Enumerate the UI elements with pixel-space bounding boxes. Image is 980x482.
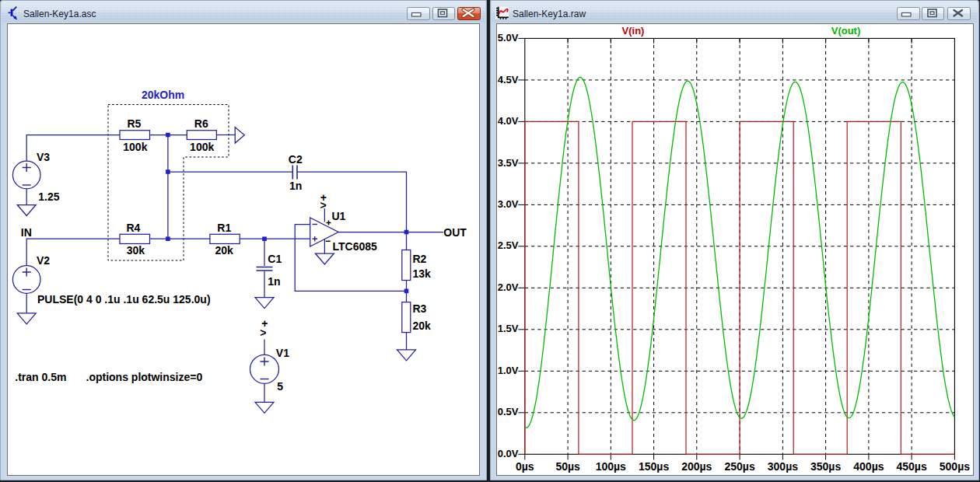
svg-text:1.25: 1.25 (38, 190, 59, 203)
svg-text:3.5V: 3.5V (498, 157, 519, 169)
svg-text:.options plotwinsize=0: .options plotwinsize=0 (86, 371, 203, 383)
svg-text:OUT: OUT (443, 226, 467, 239)
svg-text:200µs: 200µs (681, 460, 712, 473)
svg-text:250µs: 250µs (724, 460, 754, 473)
svg-text:20kOhm: 20kOhm (142, 89, 184, 101)
svg-text:100k: 100k (123, 141, 147, 153)
svg-text:R4: R4 (127, 222, 141, 234)
svg-text:LTC6085: LTC6085 (333, 240, 378, 253)
svg-text:>: > (260, 327, 266, 339)
svg-text:C1: C1 (268, 253, 282, 265)
svg-text:V3: V3 (37, 151, 50, 163)
svg-text:C2: C2 (289, 153, 303, 166)
svg-text:100µs: 100µs (596, 460, 626, 473)
svg-text:0µs: 0µs (516, 460, 534, 473)
svg-text:>: > (320, 199, 327, 211)
svg-text:1n: 1n (268, 275, 280, 288)
svg-text:2.5V: 2.5V (498, 239, 519, 251)
svg-text:R3: R3 (413, 302, 427, 315)
svg-text:13k: 13k (413, 267, 432, 280)
svg-text:R6: R6 (194, 117, 208, 130)
svg-text:50µs: 50µs (555, 460, 580, 473)
svg-text:IN: IN (21, 226, 32, 239)
svg-text:V(out): V(out) (831, 25, 861, 37)
svg-text:350µs: 350µs (810, 460, 841, 473)
svg-text:500µs: 500µs (940, 460, 970, 473)
svg-text:.tran 0.5m: .tran 0.5m (15, 371, 66, 383)
svg-text:5: 5 (277, 380, 283, 393)
svg-text:0.5V: 0.5V (498, 406, 519, 417)
svg-text:0.0V: 0.0V (498, 448, 519, 459)
svg-text:R1: R1 (217, 222, 231, 234)
svg-text:150µs: 150µs (639, 460, 669, 473)
svg-text:5.0V: 5.0V (498, 32, 519, 44)
svg-text:V2: V2 (37, 254, 50, 267)
svg-text:20k: 20k (413, 320, 432, 332)
svg-text:400µs: 400µs (853, 460, 884, 473)
svg-text:V(in): V(in) (622, 25, 645, 37)
svg-text:R2: R2 (413, 253, 427, 265)
svg-text:20k: 20k (215, 244, 234, 257)
svg-text:30k: 30k (127, 244, 145, 257)
svg-text:300µs: 300µs (768, 460, 798, 473)
svg-text:U1: U1 (332, 210, 346, 222)
svg-text:450µs: 450µs (896, 460, 926, 473)
svg-text:4.5V: 4.5V (498, 74, 519, 86)
svg-text:1.0V: 1.0V (498, 365, 519, 376)
svg-text:1n: 1n (289, 180, 302, 192)
svg-text:R5: R5 (128, 117, 142, 130)
svg-text:100k: 100k (190, 141, 214, 153)
svg-text:1.5V: 1.5V (498, 323, 519, 334)
svg-text:4.0V: 4.0V (498, 115, 519, 127)
svg-text:2.0V: 2.0V (498, 281, 519, 293)
svg-text:3.0V: 3.0V (498, 198, 519, 210)
svg-text:PULSE(0 4 0 .1u .1u 62.5u 125.: PULSE(0 4 0 .1u .1u 62.5u 125.0u) (37, 293, 211, 306)
svg-text:V1: V1 (276, 347, 289, 359)
